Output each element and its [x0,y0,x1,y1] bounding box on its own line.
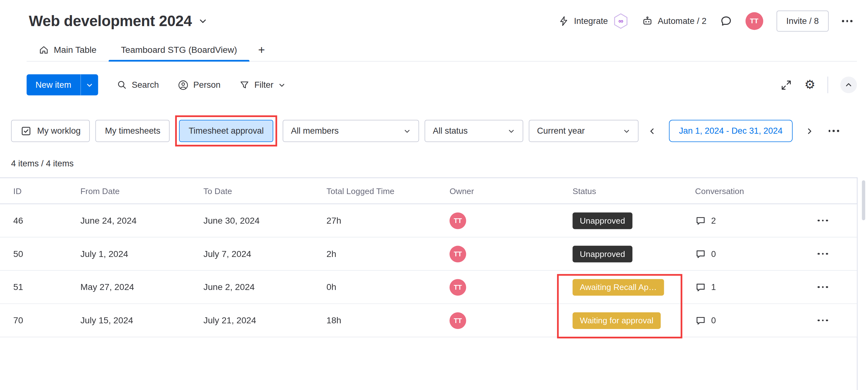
integrate-label: Integrate [574,16,608,26]
table-row[interactable]: 50 July 1, 2024 July 7, 2024 2h TT Unapp… [0,238,857,271]
status-dropdown[interactable]: All status [425,120,523,142]
cell-from-date[interactable]: May 27, 2024 [67,282,190,292]
person-icon [178,80,188,90]
automate-button[interactable]: Automate / 2 [642,16,706,26]
chevron-down-icon[interactable] [198,17,207,26]
status-badge[interactable]: Waiting for approval [572,312,660,329]
column-header-to-date[interactable]: To Date [190,186,313,196]
table-row[interactable]: 51 May 27, 2024 June 2, 2024 0h TT Await… [0,271,857,304]
filter-row-menu-icon[interactable] [829,130,839,132]
table-row[interactable]: 70 July 15, 2024 July 21, 2024 18h TT Wa… [0,304,857,337]
column-header-conversation[interactable]: Conversation [682,186,857,196]
collapse-header-button[interactable] [840,77,857,93]
period-dropdown[interactable]: Current year [529,120,639,142]
table-row[interactable]: 46 June 24, 2024 June 30, 2024 27h TT Un… [0,204,857,238]
cell-status: Unapproved [559,212,682,229]
new-item-caret[interactable] [80,74,98,95]
infinity-badge-icon: ∞ [613,13,628,30]
cell-from-date[interactable]: July 15, 2024 [67,315,190,326]
period-dropdown-value: Current year [537,126,585,136]
new-item-label[interactable]: New item [27,74,81,95]
owner-avatar[interactable]: TT [450,245,466,262]
prev-period-button[interactable] [644,127,660,135]
invite-button[interactable]: Invite / 8 [776,11,829,32]
speech-bubble-icon[interactable] [695,315,706,326]
row-menu-icon[interactable] [818,319,828,321]
owner-avatar[interactable]: TT [450,279,466,295]
column-header-owner[interactable]: Owner [436,186,559,196]
cell-to-date[interactable]: June 2, 2024 [190,282,313,292]
cell-from-date[interactable]: July 1, 2024 [67,249,190,259]
my-worklog-button[interactable]: My worklog [11,120,90,142]
row-menu-icon[interactable] [818,253,828,255]
cell-id: 51 [0,282,67,292]
status-badge[interactable]: Awaiting Recall Ap… [572,279,664,295]
board-title-wrap[interactable]: Web development 2024 [29,12,208,30]
status-badge[interactable]: Unapproved [572,212,632,229]
chevron-down-icon [623,128,630,135]
cell-total-logged-time: 27h [313,216,436,225]
tab-main-table[interactable]: Main Table [27,39,108,61]
owner-avatar[interactable]: TT [450,312,466,329]
board-page: Web development 2024 Integrate ∞ [0,0,868,390]
my-timesheets-label: My timesheets [105,126,160,136]
tab-teamboard-stg[interactable]: Teamboard STG (BoardView) [108,39,249,61]
chevron-down-icon [508,128,515,135]
row-menu-icon[interactable] [818,286,828,288]
column-header-id[interactable]: ID [0,186,67,196]
speech-bubble-icon[interactable] [695,248,706,259]
cell-from-date[interactable]: June 24, 2024 [67,216,190,225]
status-dropdown-value: All status [433,126,468,136]
cell-to-date[interactable]: June 30, 2024 [190,216,313,225]
cell-owner: TT [436,212,559,229]
row-menu-icon[interactable] [818,220,828,221]
owner-avatar[interactable]: TT [450,212,466,229]
calendar-check-icon [21,126,31,137]
timesheet-approval-label: Timesheet approval [189,126,264,136]
table-header-row: ID From Date To Date Total Logged Time O… [0,178,857,204]
header-actions: Integrate ∞ [558,11,852,32]
svg-text:∞: ∞ [618,17,623,25]
timesheet-approval-button[interactable]: Timesheet approval [179,120,273,142]
integrate-icon [558,16,569,26]
conversation-count: 1 [711,282,716,292]
vertical-scrollbar[interactable] [862,180,866,220]
members-dropdown[interactable]: All members [283,120,419,142]
conversation-count: 0 [711,249,716,259]
date-range-button[interactable]: Jan 1, 2024 - Dec 31, 2024 [669,120,793,142]
status-badge[interactable]: Unapproved [572,245,632,262]
integrate-button[interactable]: Integrate ∞ [558,13,628,30]
filter-icon [239,80,249,90]
speech-bubble-icon[interactable] [695,215,706,226]
cell-to-date[interactable]: July 21, 2024 [190,315,313,326]
new-item-button[interactable]: New item [27,74,98,95]
cell-conversation: 0 [682,248,857,259]
column-header-status[interactable]: Status [559,186,682,196]
next-period-button[interactable] [801,127,817,135]
column-header-from-date[interactable]: From Date [67,186,190,196]
search-label: Search [132,80,159,90]
speech-bubble-icon[interactable] [695,281,706,292]
toolbar-right: ⚙ [781,77,857,93]
add-view-button[interactable]: + [249,39,274,61]
filter-label: Filter [254,80,274,90]
cell-id: 70 [0,315,67,326]
filter-button[interactable]: Filter [239,80,285,90]
board-menu-icon[interactable] [842,20,852,22]
cell-id: 50 [0,249,67,259]
person-button[interactable]: Person [178,80,220,90]
cell-owner: TT [436,312,559,329]
items-summary: 4 items / 4 items [11,159,868,169]
cell-to-date[interactable]: July 7, 2024 [190,249,313,259]
robot-icon [642,16,653,26]
chat-icon[interactable] [720,15,732,27]
cell-conversation: 2 [682,215,857,226]
conversation-count: 0 [711,315,716,326]
gear-icon[interactable]: ⚙ [804,79,815,91]
my-timesheets-button[interactable]: My timesheets [95,120,169,142]
expand-icon[interactable] [781,79,792,90]
search-button[interactable]: Search [117,80,159,90]
board-toolbar: New item Search Person Filter [27,74,857,95]
column-header-total-logged-time[interactable]: Total Logged Time [313,186,436,196]
avatar[interactable]: TT [745,12,763,30]
